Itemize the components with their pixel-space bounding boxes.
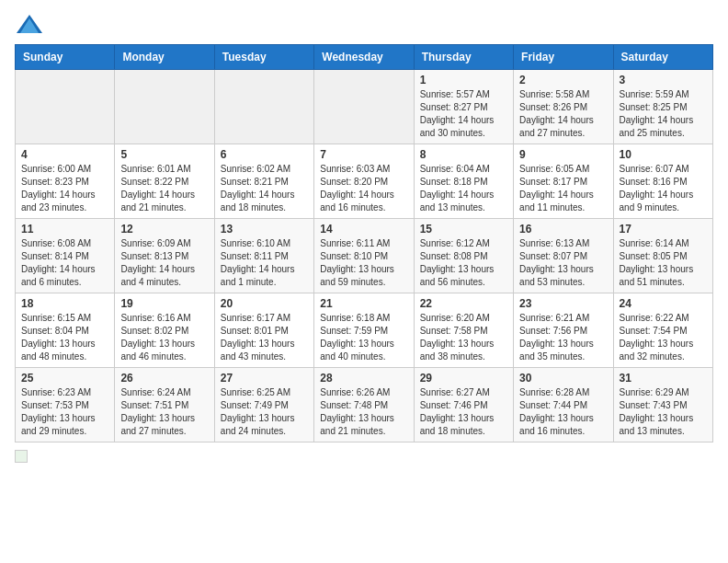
day-info-text: Sunrise: 6:00 AM Sunset: 8:23 PM Dayligh… (21, 163, 108, 214)
day-number: 24 (620, 297, 707, 310)
calendar-cell: 10Sunrise: 6:07 AM Sunset: 8:16 PM Dayli… (613, 144, 712, 219)
day-number: 9 (519, 148, 607, 161)
day-number: 27 (221, 372, 308, 385)
day-number: 25 (21, 372, 108, 385)
calendar-cell: 11Sunrise: 6:08 AM Sunset: 8:14 PM Dayli… (16, 219, 115, 293)
day-info-text: Sunrise: 5:57 AM Sunset: 8:27 PM Dayligh… (420, 88, 507, 140)
calendar-cell: 18Sunrise: 6:15 AM Sunset: 8:04 PM Dayli… (16, 293, 115, 368)
calendar-cell: 5Sunrise: 6:01 AM Sunset: 8:22 PM Daylig… (115, 144, 214, 219)
calendar-cell: 28Sunrise: 6:26 AM Sunset: 7:48 PM Dayli… (314, 368, 414, 442)
day-info-text: Sunrise: 6:15 AM Sunset: 8:04 PM Dayligh… (21, 312, 108, 363)
day-info-text: Sunrise: 6:21 AM Sunset: 7:56 PM Dayligh… (519, 312, 607, 363)
daylight-legend-box (15, 450, 28, 463)
day-info-text: Sunrise: 6:11 AM Sunset: 8:10 PM Dayligh… (320, 237, 407, 289)
calendar-cell: 22Sunrise: 6:20 AM Sunset: 7:58 PM Dayli… (414, 293, 513, 368)
calendar-week-row: 4Sunrise: 6:00 AM Sunset: 8:23 PM Daylig… (16, 144, 713, 219)
calendar-week-row: 25Sunrise: 6:23 AM Sunset: 7:53 PM Dayli… (16, 368, 713, 442)
calendar-cell: 26Sunrise: 6:24 AM Sunset: 7:51 PM Dayli… (115, 368, 214, 442)
calendar-cell: 16Sunrise: 6:13 AM Sunset: 8:07 PM Dayli… (514, 219, 613, 293)
day-number: 30 (519, 372, 607, 385)
calendar-cell: 4Sunrise: 6:00 AM Sunset: 8:23 PM Daylig… (16, 144, 115, 219)
calendar-header-row: SundayMondayTuesdayWednesdayThursdayFrid… (16, 45, 713, 70)
col-header-thursday: Thursday (414, 45, 513, 70)
day-info-text: Sunrise: 5:59 AM Sunset: 8:25 PM Dayligh… (620, 88, 707, 140)
day-number: 28 (320, 372, 407, 385)
col-header-saturday: Saturday (613, 45, 712, 70)
day-number: 14 (320, 223, 407, 236)
day-info-text: Sunrise: 6:16 AM Sunset: 8:02 PM Dayligh… (120, 312, 208, 363)
header (15, 15, 713, 33)
calendar-cell: 23Sunrise: 6:21 AM Sunset: 7:56 PM Dayli… (514, 293, 613, 368)
day-number: 21 (320, 297, 407, 310)
day-info-text: Sunrise: 6:24 AM Sunset: 7:51 PM Dayligh… (120, 386, 208, 438)
calendar-cell: 13Sunrise: 6:10 AM Sunset: 8:11 PM Dayli… (214, 219, 313, 293)
calendar-cell: 25Sunrise: 6:23 AM Sunset: 7:53 PM Dayli… (16, 368, 115, 442)
col-header-friday: Friday (514, 45, 613, 70)
calendar-week-row: 18Sunrise: 6:15 AM Sunset: 8:04 PM Dayli… (16, 293, 713, 368)
day-number: 15 (420, 223, 507, 236)
day-info-text: Sunrise: 6:07 AM Sunset: 8:16 PM Dayligh… (620, 163, 707, 214)
day-number: 1 (420, 74, 507, 86)
calendar-cell (314, 70, 414, 144)
calendar-cell: 1Sunrise: 5:57 AM Sunset: 8:27 PM Daylig… (414, 70, 513, 144)
day-info-text: Sunrise: 6:20 AM Sunset: 7:58 PM Dayligh… (420, 312, 507, 363)
col-header-wednesday: Wednesday (314, 45, 414, 70)
day-number: 4 (21, 148, 108, 161)
day-info-text: Sunrise: 6:04 AM Sunset: 8:18 PM Dayligh… (420, 163, 507, 214)
footer (15, 450, 713, 463)
calendar-cell (115, 70, 214, 144)
day-number: 18 (21, 297, 108, 310)
calendar-cell (16, 70, 115, 144)
calendar-cell: 30Sunrise: 6:28 AM Sunset: 7:44 PM Dayli… (514, 368, 613, 442)
day-number: 5 (120, 148, 208, 161)
day-number: 13 (221, 223, 308, 236)
col-header-sunday: Sunday (16, 45, 115, 70)
day-info-text: Sunrise: 6:29 AM Sunset: 7:43 PM Dayligh… (620, 386, 707, 438)
day-info-text: Sunrise: 6:05 AM Sunset: 8:17 PM Dayligh… (519, 163, 607, 214)
day-number: 3 (620, 74, 707, 86)
calendar-cell: 24Sunrise: 6:22 AM Sunset: 7:54 PM Dayli… (613, 293, 712, 368)
logo-icon (17, 15, 42, 33)
day-number: 17 (620, 223, 707, 236)
day-number: 29 (420, 372, 507, 385)
day-info-text: Sunrise: 6:27 AM Sunset: 7:46 PM Dayligh… (420, 386, 507, 438)
calendar-cell: 29Sunrise: 6:27 AM Sunset: 7:46 PM Dayli… (414, 368, 513, 442)
day-info-text: Sunrise: 6:10 AM Sunset: 8:11 PM Dayligh… (221, 237, 308, 289)
calendar-cell: 14Sunrise: 6:11 AM Sunset: 8:10 PM Dayli… (314, 219, 414, 293)
day-number: 31 (620, 372, 707, 385)
calendar-cell: 3Sunrise: 5:59 AM Sunset: 8:25 PM Daylig… (613, 70, 712, 144)
day-info-text: Sunrise: 6:23 AM Sunset: 7:53 PM Dayligh… (21, 386, 108, 438)
day-number: 12 (120, 223, 208, 236)
calendar-cell: 7Sunrise: 6:03 AM Sunset: 8:20 PM Daylig… (314, 144, 414, 219)
day-info-text: Sunrise: 6:03 AM Sunset: 8:20 PM Dayligh… (320, 163, 407, 214)
day-number: 19 (120, 297, 208, 310)
calendar-cell: 27Sunrise: 6:25 AM Sunset: 7:49 PM Dayli… (214, 368, 313, 442)
day-number: 16 (519, 223, 607, 236)
calendar-cell: 17Sunrise: 6:14 AM Sunset: 8:05 PM Dayli… (613, 219, 712, 293)
logo (15, 15, 42, 33)
calendar-cell: 8Sunrise: 6:04 AM Sunset: 8:18 PM Daylig… (414, 144, 513, 219)
col-header-tuesday: Tuesday (214, 45, 313, 70)
day-number: 26 (120, 372, 208, 385)
day-number: 11 (21, 223, 108, 236)
calendar-table: SundayMondayTuesdayWednesdayThursdayFrid… (15, 44, 713, 442)
calendar-cell: 31Sunrise: 6:29 AM Sunset: 7:43 PM Dayli… (613, 368, 712, 442)
day-info-text: Sunrise: 6:18 AM Sunset: 7:59 PM Dayligh… (320, 312, 407, 363)
day-info-text: Sunrise: 6:22 AM Sunset: 7:54 PM Dayligh… (620, 312, 707, 363)
day-number: 10 (620, 148, 707, 161)
day-number: 23 (519, 297, 607, 310)
day-number: 20 (221, 297, 308, 310)
calendar-cell: 20Sunrise: 6:17 AM Sunset: 8:01 PM Dayli… (214, 293, 313, 368)
calendar-week-row: 1Sunrise: 5:57 AM Sunset: 8:27 PM Daylig… (16, 70, 713, 144)
day-number: 2 (519, 74, 607, 86)
calendar-cell: 6Sunrise: 6:02 AM Sunset: 8:21 PM Daylig… (214, 144, 313, 219)
day-info-text: Sunrise: 6:14 AM Sunset: 8:05 PM Dayligh… (620, 237, 707, 289)
day-number: 8 (420, 148, 507, 161)
calendar-cell: 19Sunrise: 6:16 AM Sunset: 8:02 PM Dayli… (115, 293, 214, 368)
day-info-text: Sunrise: 6:17 AM Sunset: 8:01 PM Dayligh… (221, 312, 308, 363)
day-number: 6 (221, 148, 308, 161)
day-info-text: Sunrise: 6:01 AM Sunset: 8:22 PM Dayligh… (120, 163, 208, 214)
calendar-cell: 12Sunrise: 6:09 AM Sunset: 8:13 PM Dayli… (115, 219, 214, 293)
day-info-text: Sunrise: 6:09 AM Sunset: 8:13 PM Dayligh… (120, 237, 208, 289)
calendar-week-row: 11Sunrise: 6:08 AM Sunset: 8:14 PM Dayli… (16, 219, 713, 293)
